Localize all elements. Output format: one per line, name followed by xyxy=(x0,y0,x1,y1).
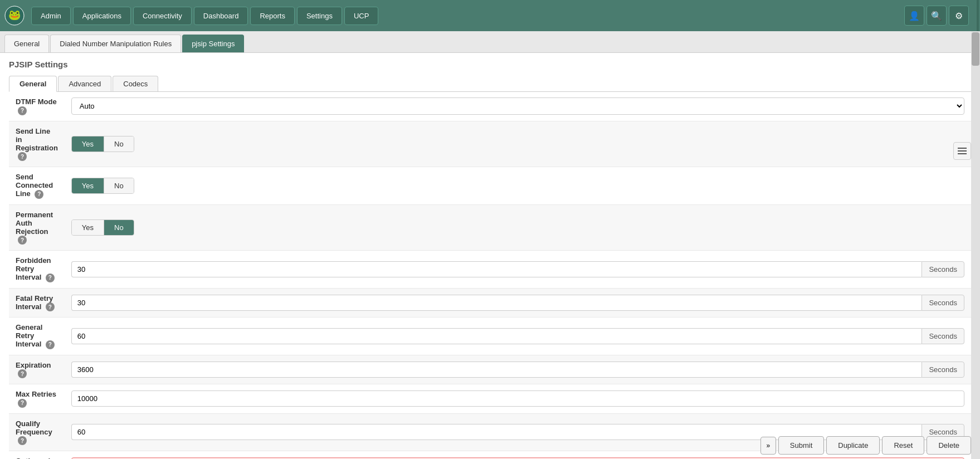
row-fatal-retry-interval: Fatal Retry Interval ? Seconds xyxy=(9,288,971,318)
help-dtmf-mode[interactable]: ? xyxy=(18,106,27,115)
settings-table: DTMF Mode ? Auto RFC4733 INBAND INFO AUT… xyxy=(9,92,971,459)
label-max-retries: Max Retries ? xyxy=(9,384,65,414)
toggle-yes-permanent-auth-rejection[interactable]: Yes xyxy=(72,220,104,235)
label-dtmf-mode: DTMF Mode ? xyxy=(9,92,65,121)
suffix-forbidden-retry-interval: Seconds xyxy=(922,261,964,277)
toggle-yes-send-line-registration[interactable]: Yes xyxy=(72,136,104,152)
cell-send-line-registration: Yes No xyxy=(65,121,971,167)
toggle-no-send-line-registration[interactable]: No xyxy=(104,136,134,152)
label-forbidden-retry-interval: Forbidden Retry Interval ? xyxy=(9,251,65,289)
cell-expiration: Seconds xyxy=(65,355,971,384)
nav-admin[interactable]: Admin xyxy=(31,7,71,25)
row-forbidden-retry-interval: Forbidden Retry Interval ? Seconds xyxy=(9,251,971,289)
help-max-retries[interactable]: ? xyxy=(18,399,27,408)
label-general-retry-interval: General Retry Interval ? xyxy=(9,318,65,355)
cell-max-retries xyxy=(65,384,971,414)
nav-applications[interactable]: Applications xyxy=(73,7,131,25)
duplicate-button[interactable]: Duplicate xyxy=(826,436,880,455)
wrap-general-retry-interval: Seconds xyxy=(71,328,964,344)
inner-tab-codecs[interactable]: Codecs xyxy=(113,76,158,91)
input-general-retry-interval[interactable] xyxy=(71,328,922,344)
cell-permanent-auth-rejection: Yes No xyxy=(65,204,971,251)
label-permanent-auth-rejection: Permanent Auth Rejection ? xyxy=(9,204,65,251)
nav-settings[interactable]: Settings xyxy=(297,7,342,25)
expand-button[interactable]: » xyxy=(760,437,776,455)
help-send-line-registration[interactable]: ? xyxy=(18,152,27,161)
toggle-send-connected-line: Yes No xyxy=(71,178,134,194)
outer-tab-row: General Dialed Number Manipulation Rules… xyxy=(0,31,980,53)
svg-rect-2 xyxy=(958,148,967,149)
section-title: PJSIP Settings xyxy=(9,60,971,69)
nav-settings-icon[interactable]: ⚙ xyxy=(949,6,969,26)
input-expiration[interactable] xyxy=(71,362,922,378)
label-qualify-frequency: Qualify Frequency ? xyxy=(9,413,65,451)
help-qualify-frequency[interactable]: ? xyxy=(18,436,27,445)
submit-button[interactable]: Submit xyxy=(778,436,824,455)
cell-general-retry-interval: Seconds xyxy=(65,318,971,355)
wrap-fatal-retry-interval: Seconds xyxy=(71,295,964,311)
row-dtmf-mode: DTMF Mode ? Auto RFC4733 INBAND INFO AUT… xyxy=(9,92,971,121)
toggle-no-send-connected-line[interactable]: No xyxy=(104,178,134,193)
tab-dialed-number[interactable]: Dialed Number Manipulation Rules xyxy=(50,35,181,52)
row-send-line-registration: Send Line in Registration ? Yes No xyxy=(9,121,971,167)
inner-tab-general[interactable]: General xyxy=(9,76,57,92)
suffix-expiration: Seconds xyxy=(922,362,964,378)
main-content: PJSIP Settings General Advanced Codecs D… xyxy=(0,53,980,459)
row-send-connected-line: Send Connected Line ? Yes No xyxy=(9,167,971,205)
scrollbar[interactable] xyxy=(971,31,980,459)
cell-dtmf-mode: Auto RFC4733 INBAND INFO AUTO_INFO xyxy=(65,92,971,121)
cell-send-connected-line: Yes No xyxy=(65,167,971,205)
toggle-send-line-registration: Yes No xyxy=(71,136,134,152)
suffix-fatal-retry-interval: Seconds xyxy=(922,295,964,311)
nav-ucp[interactable]: UCP xyxy=(344,7,378,25)
suffix-general-retry-interval: Seconds xyxy=(922,328,964,344)
cell-forbidden-retry-interval: Seconds xyxy=(65,251,971,289)
row-expiration: Expiration ? Seconds xyxy=(9,355,971,384)
row-general-retry-interval: General Retry Interval ? Seconds xyxy=(9,318,971,355)
label-fatal-retry-interval: Fatal Retry Interval ? xyxy=(9,288,65,318)
svg-text:🐸: 🐸 xyxy=(8,9,21,21)
input-max-retries[interactable] xyxy=(71,390,964,407)
nav-user-icon[interactable]: 👤 xyxy=(904,6,924,26)
app-logo: 🐸 xyxy=(4,6,25,26)
label-send-connected-line: Send Connected Line ? xyxy=(9,167,65,205)
cell-fatal-retry-interval: Seconds xyxy=(65,288,971,318)
tab-pjsip[interactable]: pjsip Settings xyxy=(182,35,244,52)
help-forbidden-retry-interval[interactable]: ? xyxy=(46,274,55,282)
help-fatal-retry-interval[interactable]: ? xyxy=(46,302,55,311)
nav-search-icon[interactable]: 🔍 xyxy=(927,6,947,26)
help-permanent-auth-rejection[interactable]: ? xyxy=(18,236,27,245)
help-expiration[interactable]: ? xyxy=(18,369,27,378)
reset-button[interactable]: Reset xyxy=(882,436,924,455)
nav-reports[interactable]: Reports xyxy=(250,7,295,25)
row-max-retries: Max Retries ? xyxy=(9,384,971,414)
label-expiration: Expiration ? xyxy=(9,355,65,384)
select-dtmf-mode[interactable]: Auto RFC4733 INBAND INFO AUTO_INFO xyxy=(71,97,964,115)
wrap-expiration: Seconds xyxy=(71,362,964,378)
help-send-connected-line[interactable]: ? xyxy=(35,190,43,199)
nav-dashboard[interactable]: Dashboard xyxy=(194,7,248,25)
inner-tab-advanced[interactable]: Advanced xyxy=(58,76,111,91)
toggle-yes-send-connected-line[interactable]: Yes xyxy=(72,178,104,193)
tab-general[interactable]: General xyxy=(4,35,49,52)
help-general-retry-interval[interactable]: ? xyxy=(46,340,55,349)
input-fatal-retry-interval[interactable] xyxy=(71,295,922,311)
svg-rect-4 xyxy=(958,153,967,154)
wrap-forbidden-retry-interval: Seconds xyxy=(71,261,964,277)
label-send-line-registration: Send Line in Registration ? xyxy=(9,121,65,167)
label-outbound-proxy: Outbound Proxy ? xyxy=(9,451,65,460)
toggle-permanent-auth-rejection: Yes No xyxy=(71,219,134,236)
top-navigation: 🐸 Admin Applications Connectivity Dashbo… xyxy=(0,0,980,31)
action-row: » Submit Duplicate Reset Delete xyxy=(752,432,980,459)
scroll-thumb xyxy=(972,32,979,66)
input-forbidden-retry-interval[interactable] xyxy=(71,261,922,277)
list-view-button[interactable] xyxy=(953,142,971,160)
svg-rect-3 xyxy=(958,150,967,152)
nav-connectivity[interactable]: Connectivity xyxy=(133,7,192,25)
row-permanent-auth-rejection: Permanent Auth Rejection ? Yes No xyxy=(9,204,971,251)
toggle-no-permanent-auth-rejection[interactable]: No xyxy=(104,220,134,235)
delete-button[interactable]: Delete xyxy=(927,436,971,455)
inner-tab-row: General Advanced Codecs xyxy=(9,76,971,92)
